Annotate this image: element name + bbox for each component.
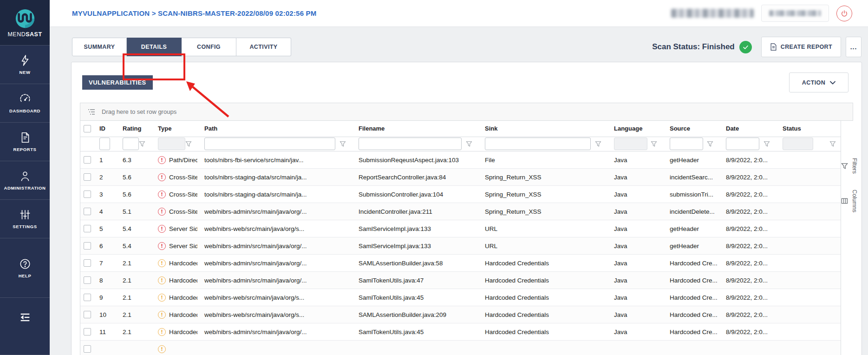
column-header-sink[interactable]: Sink: [478, 125, 607, 132]
filter-input-path[interactable]: [204, 138, 335, 150]
column-header-status[interactable]: Status: [776, 125, 841, 132]
filter-funnel-icon[interactable]: [829, 141, 836, 147]
sidebar-item-administration[interactable]: ADMINISTRATION: [0, 161, 50, 199]
sidebar-item-reports[interactable]: REPORTS: [0, 122, 50, 161]
column-header-id[interactable]: ID: [92, 125, 116, 132]
tab-summary[interactable]: SUMMARY: [72, 38, 127, 56]
person-icon: [19, 170, 31, 182]
column-header-path[interactable]: Path: [197, 125, 352, 132]
filter-input-id[interactable]: [99, 138, 110, 150]
row-group-dropzone[interactable]: Drag here to set row groups: [80, 103, 853, 121]
topbar: MYVULNAPPLICATION > SCAN-NIBRS-MASTER-20…: [50, 0, 868, 27]
side-tab-filters[interactable]: Filters: [841, 158, 858, 174]
severity-icon: !: [158, 156, 166, 164]
breadcrumb[interactable]: MYVULNAPPLICATION > SCAN-NIBRS-MASTER-20…: [72, 9, 316, 17]
row-checkbox[interactable]: [84, 259, 91, 267]
tab-config[interactable]: CONFIG: [182, 38, 236, 56]
filter-input-sink[interactable]: [485, 138, 591, 150]
logout-button[interactable]: [836, 6, 852, 21]
table-row[interactable]: 8 2.1 ! Hardcoded ... web/nibrs-admin/sr…: [80, 272, 841, 289]
filter-funnel-icon[interactable]: [185, 141, 192, 147]
severity-icon: !: [158, 294, 166, 302]
filter-input-filename[interactable]: [359, 138, 462, 150]
cell-path: web/nibrs-admin/src/main/java/org/...: [197, 329, 352, 335]
table-row[interactable]: 4 5.1 ! Cross-Site ... web/nibrs-admin/s…: [80, 203, 841, 220]
row-checkbox[interactable]: [84, 294, 91, 301]
column-header-source[interactable]: Source: [663, 125, 719, 132]
select-all-checkbox[interactable]: [84, 125, 91, 132]
row-checkbox[interactable]: [84, 173, 91, 181]
side-tab-columns[interactable]: Columns: [841, 190, 858, 212]
filter-funnel-icon[interactable]: [707, 141, 713, 147]
column-header-type[interactable]: Type: [151, 125, 197, 132]
column-header-date[interactable]: Date: [719, 125, 776, 132]
filter-input-status: [783, 138, 813, 150]
toolbar-row: SUMMARY DETAILS CONFIG ACTIVITY Scan Sta…: [50, 27, 868, 60]
filter-input-rating[interactable]: [123, 138, 139, 150]
breadcrumb-scan[interactable]: SCAN-NIBRS-MASTER-2022/08/09 02:02:56 PM: [158, 9, 316, 17]
filter-funnel-icon[interactable]: [139, 141, 145, 147]
sidebar-collapse-button[interactable]: [0, 297, 50, 355]
filter-input-date[interactable]: [726, 138, 759, 150]
sidebar-item-dashboard[interactable]: DASHBOARD: [0, 84, 50, 122]
panel-title-badge: VULNERABILITIES: [82, 75, 153, 90]
document-icon: [19, 131, 31, 144]
table-row[interactable]: 5 5.4 ! Server Side... web/nibrs-web/src…: [80, 220, 841, 237]
sidebar-item-help[interactable]: HELP: [0, 238, 50, 297]
create-report-button[interactable]: CREATE REPORT: [761, 37, 841, 57]
action-dropdown-button[interactable]: ACTION: [789, 72, 848, 92]
app-logo[interactable]: MENDSAST: [0, 0, 50, 45]
breadcrumb-app[interactable]: MYVULNAPPLICATION: [72, 9, 150, 17]
column-header-language[interactable]: Language: [607, 125, 663, 132]
cell-filename: ReportSearchController.java:84: [352, 174, 478, 181]
tab-activity[interactable]: ACTIVITY: [236, 38, 291, 56]
sidebar-item-settings[interactable]: SETTINGS: [0, 199, 50, 238]
filter-funnel-icon[interactable]: [651, 141, 657, 147]
gauge-icon: [19, 93, 31, 105]
cell-sink: Hardcoded Credentials: [478, 311, 607, 318]
table-row[interactable]: 9 2.1 ! Hardcoded ... web/nibrs-web/src/…: [80, 289, 841, 306]
filter-funnel-icon[interactable]: [339, 141, 346, 147]
table-row[interactable]: !: [80, 341, 841, 355]
more-actions-button[interactable]: ...: [846, 37, 861, 57]
table-row[interactable]: 11 2.1 ! Hardcoded ... web/nibrs-admin/s…: [80, 323, 841, 341]
filter-funnel-icon[interactable]: [764, 141, 770, 147]
vulnerabilities-panel: VULNERABILITIES ACTION Drag here to set …: [71, 62, 862, 355]
table-row[interactable]: 10 2.1 ! Hardcoded ... web/nibrs-web/src…: [80, 306, 841, 323]
cell-id: 7: [92, 260, 116, 267]
table-row[interactable]: 3 5.6 ! Cross-Site ... tools/nibrs-stagi…: [80, 186, 841, 203]
cell-type: ! Hardcoded ...: [151, 259, 197, 267]
sidebar-item-new[interactable]: NEW: [0, 45, 50, 84]
table-row[interactable]: 2 5.6 ! Cross-Site ... tools/nibrs-stagi…: [80, 169, 841, 186]
table-row[interactable]: 1 6.3 ! Path/Direc... tools/nibrs-fbi-se…: [80, 151, 841, 169]
cell-type: ! Server Side...: [151, 225, 197, 233]
status-check-icon: [739, 41, 752, 53]
filter-input-source[interactable]: [670, 138, 703, 150]
table-row[interactable]: 6 5.4 ! Server Side... web/nibrs-admin/s…: [80, 237, 841, 255]
filter-funnel-icon[interactable]: [595, 141, 601, 147]
table-row[interactable]: 7 2.1 ! Hardcoded ... web/nibrs-admin/sr…: [80, 255, 841, 272]
row-checkbox[interactable]: [84, 225, 91, 232]
tab-details[interactable]: DETAILS: [127, 38, 182, 56]
cell-date: 8/9/2022, 2:0...: [719, 243, 776, 250]
filter-funnel-icon[interactable]: [466, 141, 472, 147]
row-checkbox[interactable]: [84, 345, 91, 353]
account-button-redacted[interactable]: [761, 5, 829, 22]
column-header-rating[interactable]: Rating: [116, 125, 151, 132]
row-checkbox[interactable]: [84, 328, 91, 335]
cell-id: 9: [92, 294, 116, 301]
sidebar: MENDSAST NEW DASHBOARD REPORTS ADMINISTR…: [0, 0, 50, 355]
cell-rating: 2.1: [116, 311, 151, 318]
row-checkbox[interactable]: [84, 156, 91, 164]
cell-path: web/nibrs-admin/src/main/java/org/...: [197, 208, 352, 215]
row-checkbox[interactable]: [84, 208, 91, 215]
row-checkbox[interactable]: [84, 311, 91, 318]
row-checkbox[interactable]: [84, 276, 91, 284]
row-checkbox[interactable]: [84, 191, 91, 198]
cell-source: Hardcoded Cre...: [663, 260, 719, 267]
row-checkbox[interactable]: [84, 242, 91, 250]
cell-id: 10: [92, 311, 116, 318]
grid-rows: 1 6.3 ! Path/Direc... tools/nibrs-fbi-se…: [80, 151, 841, 355]
cell-rating: 5.4: [116, 243, 151, 250]
column-header-filename[interactable]: Filename: [352, 125, 478, 132]
